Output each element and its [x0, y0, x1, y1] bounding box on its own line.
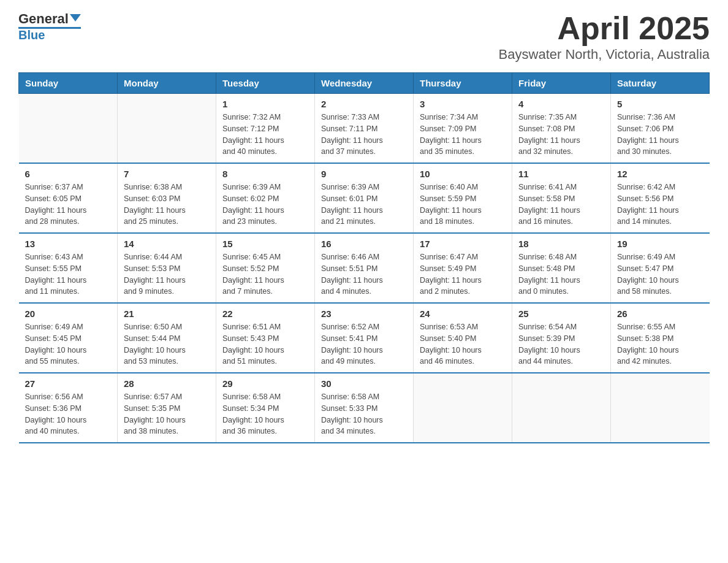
day-number: 1 — [222, 99, 308, 109]
calendar-cell: 29Sunrise: 6:58 AMSunset: 5:34 PMDayligh… — [216, 373, 315, 443]
day-info: Sunrise: 6:49 AMSunset: 5:47 PMDaylight:… — [617, 251, 703, 297]
calendar-cell — [118, 94, 216, 164]
calendar-cell — [512, 373, 611, 443]
calendar-cell: 22Sunrise: 6:51 AMSunset: 5:43 PMDayligh… — [216, 303, 315, 373]
calendar-body: 1Sunrise: 7:32 AMSunset: 7:12 PMDaylight… — [19, 94, 710, 443]
day-info: Sunrise: 6:38 AMSunset: 6:03 PMDaylight:… — [124, 182, 210, 228]
day-number: 22 — [222, 308, 308, 319]
day-number: 20 — [25, 308, 112, 319]
day-number: 2 — [321, 99, 407, 109]
day-number: 3 — [420, 99, 506, 109]
day-info: Sunrise: 6:53 AMSunset: 5:40 PMDaylight:… — [420, 321, 506, 367]
calendar-cell: 8Sunrise: 6:39 AMSunset: 6:02 PMDaylight… — [216, 163, 315, 233]
header-cell-saturday: Saturday — [611, 73, 710, 94]
title-block: April 2025 Bayswater North, Victoria, Au… — [499, 12, 710, 63]
calendar-week-2: 6Sunrise: 6:37 AMSunset: 6:05 PMDaylight… — [19, 163, 710, 233]
logo: General Blue — [18, 12, 81, 41]
day-info: Sunrise: 7:33 AMSunset: 7:11 PMDaylight:… — [321, 112, 407, 158]
header-cell-tuesday: Tuesday — [216, 73, 315, 94]
day-info: Sunrise: 6:45 AMSunset: 5:52 PMDaylight:… — [222, 251, 308, 297]
day-info: Sunrise: 6:57 AMSunset: 5:35 PMDaylight:… — [124, 391, 210, 437]
day-info: Sunrise: 6:50 AMSunset: 5:44 PMDaylight:… — [124, 321, 210, 367]
calendar-cell: 30Sunrise: 6:58 AMSunset: 5:33 PMDayligh… — [315, 373, 414, 443]
calendar-cell: 17Sunrise: 6:47 AMSunset: 5:49 PMDayligh… — [414, 233, 512, 303]
day-number: 30 — [321, 378, 407, 389]
calendar-cell: 28Sunrise: 6:57 AMSunset: 5:35 PMDayligh… — [118, 373, 216, 443]
day-info: Sunrise: 6:49 AMSunset: 5:45 PMDaylight:… — [25, 321, 112, 367]
day-number: 19 — [617, 239, 703, 249]
logo-triangle-icon — [70, 14, 81, 21]
calendar-cell: 25Sunrise: 6:54 AMSunset: 5:39 PMDayligh… — [512, 303, 611, 373]
header-cell-monday: Monday — [118, 73, 216, 94]
day-number: 29 — [222, 378, 308, 389]
logo-text-general: General — [18, 12, 69, 26]
calendar-cell: 7Sunrise: 6:38 AMSunset: 6:03 PMDaylight… — [118, 163, 216, 233]
day-info: Sunrise: 6:47 AMSunset: 5:49 PMDaylight:… — [420, 251, 506, 297]
calendar-cell — [19, 94, 118, 164]
day-number: 14 — [124, 239, 210, 249]
day-number: 8 — [222, 169, 308, 179]
calendar-week-4: 20Sunrise: 6:49 AMSunset: 5:45 PMDayligh… — [19, 303, 710, 373]
day-number: 7 — [124, 169, 210, 179]
day-info: Sunrise: 6:39 AMSunset: 6:01 PMDaylight:… — [321, 182, 407, 228]
header-row: SundayMondayTuesdayWednesdayThursdayFrid… — [19, 73, 710, 94]
day-info: Sunrise: 6:46 AMSunset: 5:51 PMDaylight:… — [321, 251, 407, 297]
day-info: Sunrise: 6:41 AMSunset: 5:58 PMDaylight:… — [518, 182, 604, 228]
day-info: Sunrise: 6:51 AMSunset: 5:43 PMDaylight:… — [222, 321, 308, 367]
calendar-table: SundayMondayTuesdayWednesdayThursdayFrid… — [18, 72, 710, 443]
calendar-cell: 3Sunrise: 7:34 AMSunset: 7:09 PMDaylight… — [414, 94, 512, 164]
header-cell-wednesday: Wednesday — [315, 73, 414, 94]
page-subtitle: Bayswater North, Victoria, Australia — [499, 47, 710, 63]
calendar-cell: 14Sunrise: 6:44 AMSunset: 5:53 PMDayligh… — [118, 233, 216, 303]
calendar-cell — [414, 373, 512, 443]
day-info: Sunrise: 6:39 AMSunset: 6:02 PMDaylight:… — [222, 182, 308, 228]
day-number: 23 — [321, 308, 407, 319]
day-info: Sunrise: 6:42 AMSunset: 5:56 PMDaylight:… — [617, 182, 703, 228]
calendar-cell: 23Sunrise: 6:52 AMSunset: 5:41 PMDayligh… — [315, 303, 414, 373]
day-info: Sunrise: 6:37 AMSunset: 6:05 PMDaylight:… — [25, 182, 112, 228]
day-number: 21 — [124, 308, 210, 319]
calendar-cell: 6Sunrise: 6:37 AMSunset: 6:05 PMDaylight… — [19, 163, 118, 233]
calendar-cell: 26Sunrise: 6:55 AMSunset: 5:38 PMDayligh… — [611, 303, 710, 373]
logo-text-blue: Blue — [18, 29, 45, 41]
calendar-cell: 24Sunrise: 6:53 AMSunset: 5:40 PMDayligh… — [414, 303, 512, 373]
day-number: 12 — [617, 169, 703, 179]
page-header: General Blue April 2025 Bayswater North,… — [18, 12, 710, 63]
calendar-week-1: 1Sunrise: 7:32 AMSunset: 7:12 PMDaylight… — [19, 94, 710, 164]
calendar-cell — [611, 373, 710, 443]
calendar-cell: 13Sunrise: 6:43 AMSunset: 5:55 PMDayligh… — [19, 233, 118, 303]
calendar-cell: 18Sunrise: 6:48 AMSunset: 5:48 PMDayligh… — [512, 233, 611, 303]
day-number: 10 — [420, 169, 506, 179]
calendar-cell: 2Sunrise: 7:33 AMSunset: 7:11 PMDaylight… — [315, 94, 414, 164]
calendar-cell: 15Sunrise: 6:45 AMSunset: 5:52 PMDayligh… — [216, 233, 315, 303]
calendar-cell: 4Sunrise: 7:35 AMSunset: 7:08 PMDaylight… — [512, 94, 611, 164]
header-cell-friday: Friday — [512, 73, 611, 94]
day-info: Sunrise: 7:35 AMSunset: 7:08 PMDaylight:… — [518, 112, 604, 158]
calendar-cell: 21Sunrise: 6:50 AMSunset: 5:44 PMDayligh… — [118, 303, 216, 373]
day-number: 6 — [25, 169, 112, 179]
day-info: Sunrise: 6:54 AMSunset: 5:39 PMDaylight:… — [518, 321, 604, 367]
day-info: Sunrise: 6:48 AMSunset: 5:48 PMDaylight:… — [518, 251, 604, 297]
day-number: 17 — [420, 239, 506, 249]
day-number: 24 — [420, 308, 506, 319]
calendar-cell: 10Sunrise: 6:40 AMSunset: 5:59 PMDayligh… — [414, 163, 512, 233]
day-number: 16 — [321, 239, 407, 249]
calendar-week-5: 27Sunrise: 6:56 AMSunset: 5:36 PMDayligh… — [19, 373, 710, 443]
day-number: 5 — [617, 99, 703, 109]
day-number: 13 — [25, 239, 112, 249]
day-info: Sunrise: 6:44 AMSunset: 5:53 PMDaylight:… — [124, 251, 210, 297]
day-number: 4 — [518, 99, 604, 109]
day-info: Sunrise: 6:40 AMSunset: 5:59 PMDaylight:… — [420, 182, 506, 228]
calendar-cell: 11Sunrise: 6:41 AMSunset: 5:58 PMDayligh… — [512, 163, 611, 233]
calendar-cell: 12Sunrise: 6:42 AMSunset: 5:56 PMDayligh… — [611, 163, 710, 233]
calendar-cell: 9Sunrise: 6:39 AMSunset: 6:01 PMDaylight… — [315, 163, 414, 233]
day-number: 26 — [617, 308, 703, 319]
day-info: Sunrise: 6:43 AMSunset: 5:55 PMDaylight:… — [25, 251, 112, 297]
day-number: 27 — [25, 378, 112, 389]
day-number: 9 — [321, 169, 407, 179]
header-cell-sunday: Sunday — [19, 73, 118, 94]
day-info: Sunrise: 6:55 AMSunset: 5:38 PMDaylight:… — [617, 321, 703, 367]
day-info: Sunrise: 6:58 AMSunset: 5:33 PMDaylight:… — [321, 391, 407, 437]
page-title: April 2025 — [499, 12, 710, 44]
day-number: 15 — [222, 239, 308, 249]
